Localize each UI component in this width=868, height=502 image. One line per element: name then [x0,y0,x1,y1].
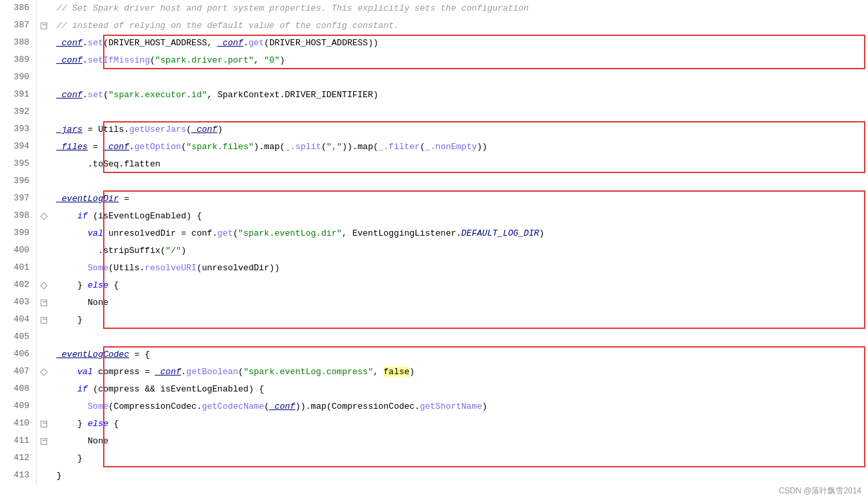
line-content-410: } else { [51,415,868,433]
code-plain-394a: = [88,142,103,152]
code-line-393: 393 _jars = Utils.getUserJars(_conf) [0,121,868,138]
gutter-390 [37,69,51,87]
gutter-icon-403 [41,300,47,306]
code-plain-409e: ) [482,401,488,411]
code-id-driver-host: DRIVER_HOST_ADDRESS, [108,38,217,48]
line-num-389: 389 [0,52,37,69]
code-fn-setIfMissing: setIfMissing [88,55,150,65]
code-plain-388c: . [243,38,249,48]
line-num-395: 395 [0,156,37,173]
line-num-388: 388 [0,35,37,52]
gutter-393 [37,121,51,138]
line-num-391: 391 [0,87,37,104]
gutter-397 [37,190,51,208]
line-content-413: } [51,467,868,485]
code-kw-val1: val [88,228,103,238]
gutter-405 [37,329,51,346]
code-var-conf1: _conf [57,38,82,48]
line-num-407: 407 [0,364,37,381]
gutter-icon-410 [41,421,47,427]
code-var-conf8: _conf [269,401,295,411]
code-line-406: 406 _eventLogCodec = { [0,346,868,364]
code-fn-filter: _.filter [378,142,420,152]
code-plain-410b: { [108,419,119,429]
line-content-387: // instead of relying on the default val… [51,17,868,35]
code-plain-406a: = { [129,350,150,360]
code-line-402: 402 } else { [0,277,868,294]
line-content-397: _eventLogDir = [51,190,868,208]
code-plain-404a: } [57,315,82,325]
code-plain-388b: ( [103,38,108,48]
line-num-413: 413 [0,467,37,485]
code-kw-else2: else [88,419,108,429]
code-line-410: 410 } else { [0,415,868,433]
line-content-391: _conf.set("spark.executor.id", SparkCont… [51,87,868,104]
gutter-399 [37,225,51,242]
line-num-401: 401 [0,260,37,277]
code-fn-getBoolean: getBoolean [186,367,238,377]
line-content-401: Some(Utils.resolveURI(unresolvedDir)) [51,260,868,277]
code-plain-395a: .toSeq.flatten [57,159,160,169]
code-str-port: "spark.driver.port" [155,55,253,65]
code-var-jars: _jars [57,125,82,134]
gutter-icon-411 [41,438,47,445]
code-plain-409a [57,401,88,411]
code-var-conf2: _conf [217,38,243,48]
gutter-394 [37,138,51,156]
code-kw-val2: val [77,367,92,377]
line-num-400: 400 [0,242,37,260]
code-plain-400a: .stripSuffix( [57,246,166,256]
code-plain-401c: (unresolvedDir)) [197,263,280,273]
code-line-386: 386 // Set Spark driver host and port sy… [0,0,868,17]
line-num-412: 412 [0,450,37,467]
code-var-defaultlogdir: DEFAULT_LOG_DIR [462,228,539,238]
code-plain-393c: ) [217,125,223,134]
code-line-390: 390 [0,69,868,87]
code-var-conf4: _conf [57,90,82,100]
gutter-389 [37,52,51,69]
code-str-execid: "spark.executor.id" [108,90,207,100]
code-plain-402a: } [57,280,88,290]
code-line-407: 407 val compress = _conf.getBoolean("spa… [0,364,868,381]
gutter-395 [37,156,51,173]
code-line-401: 401 Some(Utils.resolveURI(unresolvedDir)… [0,260,868,277]
code-var-conf5: _conf [192,125,217,134]
line-content-405 [51,329,868,346]
line-content-403: None [51,294,868,312]
gutter-411 [37,433,51,450]
code-var-conf7: _conf [155,367,181,377]
line-num-392: 392 [0,104,37,121]
code-fn-get2: get [217,228,233,238]
gutter-391 [37,87,51,104]
code-plain-394e: ( [321,142,327,152]
line-num-387: 387 [0,17,37,35]
line-num-403: 403 [0,294,37,312]
line-num-398: 398 [0,208,37,225]
line-content-392 [51,104,868,121]
code-line-387: 387 // instead of relying on the default… [0,17,868,35]
line-num-409: 409 [0,398,37,415]
comment-387: // instead of relying on the default val… [57,21,399,31]
code-plain-411a: None [57,436,108,446]
code-str-sparkfiles: "spark.files" [186,142,253,152]
gutter-409 [37,398,51,415]
code-line-395: 395 .toSeq.flatten [0,156,868,173]
code-plain-413a: } [57,471,62,481]
line-content-402: } else { [51,277,868,294]
line-content-395: .toSeq.flatten [51,156,868,173]
gutter-404 [37,312,51,329]
code-fn-set2: set [88,90,103,100]
code-line-411: 411 None [0,433,868,450]
code-plain-389c: , [254,55,265,65]
code-fn-getCodecName: getCodecName [202,401,264,411]
gutter-400 [37,242,51,260]
code-plain-393b: ( [186,125,192,134]
code-line-405: 405 [0,329,868,346]
line-content-388: _conf.set(DRIVER_HOST_ADDRESS, _conf.get… [51,35,868,52]
code-plain-399b: unresolvedDir = conf. [103,228,217,238]
line-num-406: 406 [0,346,37,364]
code-plain-394h: )) [477,142,488,152]
code-var-eventLogCodec: _eventLogCodec [57,350,129,360]
code-plain-391a: . [82,90,88,100]
line-num-408: 408 [0,381,37,398]
